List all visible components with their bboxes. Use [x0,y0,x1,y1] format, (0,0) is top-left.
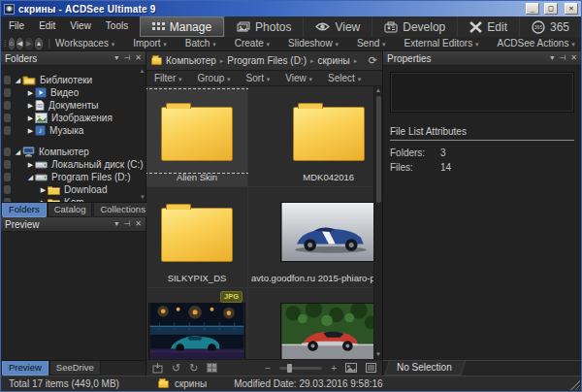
toolbar-item-acdsee-actions[interactable]: ACDSee Actions ▾ [497,38,574,49]
tree-item-download[interactable]: ▶Download [1,183,146,196]
toolbar-item-external-editors[interactable]: External Editors ▾ [404,38,479,49]
breadcrumb-item[interactable]: Компьютер [166,55,216,66]
close-panel-icon[interactable]: ✕ [135,220,142,228]
filter-bar-filter[interactable]: Filter ▾ [154,73,182,83]
scroll-up-icon[interactable]: ▲ [140,68,146,74]
filter-bar-view[interactable]: View ▾ [285,73,312,83]
easy-select-marker[interactable] [4,198,11,202]
tree-item-локальный-диск-c-[interactable]: ▶Локальный диск (C:) [1,158,146,171]
mode-tab-365[interactable]: 365365 [519,16,581,37]
zoom-slider-thumb[interactable] [287,364,292,373]
scroll-down-icon[interactable]: ▼ [140,194,146,200]
menu-item-view[interactable]: View [70,20,91,31]
zoom-slider[interactable] [279,367,322,370]
forward-icon[interactable]: ▶ [25,38,32,49]
menu-item-file[interactable]: File [9,20,24,31]
titlebar[interactable]: ◉ скрины - ACDSee Ultimate 9 _ □ ✕ [1,1,581,16]
collapse-arrow-icon[interactable]: ▶ [39,199,48,203]
panel-tab-seedrive[interactable]: SeeDrive [49,361,101,376]
file-tile-image[interactable]: JPG [146,288,248,359]
maximize-button[interactable]: □ [544,3,558,15]
panel-menu-icon[interactable]: ▾ [550,54,554,62]
back-icon[interactable]: ◀ [16,38,23,49]
scroll-down-icon[interactable]: ▼ [375,350,381,359]
mode-tab-develop[interactable]: Develop [372,16,457,37]
collapse-arrow-icon[interactable]: ▶ [26,127,35,135]
close-panel-icon[interactable]: ✕ [135,54,142,62]
file-tile-image[interactable]: JPGavto.goodfon.ru 2015-phiaro-p75-co... [248,187,373,288]
scroll-up-icon[interactable]: ▲ [375,86,381,95]
rotate-cw-icon[interactable]: ↻ [189,363,198,374]
mode-tab-photos[interactable]: Photos [224,16,303,37]
tree-item-компьютер[interactable]: ◢Компьютер [1,146,146,158]
panel-tab-catalog[interactable]: Catalog [48,203,93,217]
thumbnail-view-icon[interactable] [345,363,357,373]
expand-arrow-icon[interactable]: ◢ [26,174,35,181]
toolbar-grip[interactable]: ⁞ [4,39,6,49]
rotate-ccw-icon[interactable]: ↺ [172,363,180,374]
easy-select-marker[interactable] [4,88,11,97]
easy-select-marker[interactable] [4,160,11,169]
mode-tab-manage[interactable]: Manage [140,16,224,37]
menu-item-edit[interactable]: Edit [39,20,55,31]
breadcrumb-item[interactable]: Program Files (D:) [227,55,307,66]
zoom-out-icon[interactable]: − [265,363,271,374]
mode-tab-edit[interactable]: Edit [457,16,519,37]
export-icon[interactable] [152,363,163,374]
toolbar-item-batch[interactable]: Batch ▾ [185,38,216,49]
tree-item-program-files-d-[interactable]: ◢Program Files (D:) [1,171,146,183]
easy-select-marker[interactable] [4,126,11,135]
panel-tab-preview[interactable]: Preview [2,361,48,376]
easy-select-marker[interactable] [4,114,11,122]
easy-select-marker[interactable] [4,173,11,181]
tree-scrollbar[interactable]: ▲▼ [139,68,146,200]
filter-bar-sort[interactable]: Sort ▾ [246,73,271,83]
tree-item-kom[interactable]: ▶Kom [1,196,146,202]
home-icon[interactable]: ⌂ [9,38,15,49]
tree-item-документы[interactable]: ▶Документы [1,99,146,112]
easy-select-marker[interactable] [4,101,11,110]
tree-item-музыка[interactable]: ▶♪Музыка [1,124,146,137]
tree-item-видео[interactable]: ▶Видео [1,86,146,99]
details-view-icon[interactable] [366,363,376,373]
minimize-button[interactable]: _ [526,3,539,15]
close-panel-icon[interactable]: ✕ [570,54,577,62]
tree-item-библиотеки[interactable]: ◢Библиотеки [1,74,146,86]
panel-menu-icon[interactable]: ▾ [114,54,118,62]
mode-tab-view[interactable]: View [303,16,372,37]
close-button[interactable]: ✕ [565,3,578,15]
toolbar-item-create[interactable]: Create ▾ [235,38,270,49]
pin-icon[interactable]: ⊣ [123,220,130,228]
easy-select-marker[interactable] [4,76,11,84]
breadcrumb-item[interactable]: скрины [317,55,349,66]
no-selection-tab[interactable]: No Selection [389,361,466,376]
file-list-scrollbar[interactable]: ▲ ▼ [373,86,382,359]
pin-icon[interactable]: ⊣ [559,54,566,62]
collapse-arrow-icon[interactable]: ▶ [26,102,35,110]
panel-tab-collections[interactable]: Collections [93,203,151,217]
collapse-arrow-icon[interactable]: ▶ [26,161,35,169]
tree-item-изображения[interactable]: ▶Изображения [1,112,146,124]
file-tile-folder[interactable]: SILKYPIX_DS [146,187,248,288]
toolbar-item-workspaces[interactable]: Workspaces ▾ [55,38,114,49]
expand-arrow-icon[interactable]: ◢ [14,148,22,156]
zoom-in-icon[interactable]: + [331,363,337,374]
up-icon[interactable]: ▲ [35,38,44,49]
collapse-arrow-icon[interactable]: ▶ [26,89,35,97]
menu-item-tools[interactable]: Tools [106,20,128,31]
grid-view-icon[interactable] [207,363,217,373]
scrollbar-thumb[interactable] [376,96,381,203]
easy-select-marker[interactable] [4,185,11,194]
panel-menu-icon[interactable]: ▾ [114,220,118,228]
expand-arrow-icon[interactable]: ◢ [14,77,22,84]
file-tile-image[interactable]: JPG [248,288,373,359]
collapse-arrow-icon[interactable]: ▶ [26,114,35,122]
file-tile-folder[interactable]: MDK042016 [248,86,373,187]
resize-grip[interactable] [570,380,580,390]
toolbar-item-send[interactable]: Send ▾ [357,38,386,49]
collapse-arrow-icon[interactable]: ▶ [39,186,48,194]
toolbar-item-slideshow[interactable]: Slideshow ▾ [288,38,339,49]
easy-select-marker[interactable] [4,147,11,156]
panel-tab-folders[interactable]: Folders [2,203,47,217]
pin-icon[interactable]: ⊣ [123,54,130,62]
